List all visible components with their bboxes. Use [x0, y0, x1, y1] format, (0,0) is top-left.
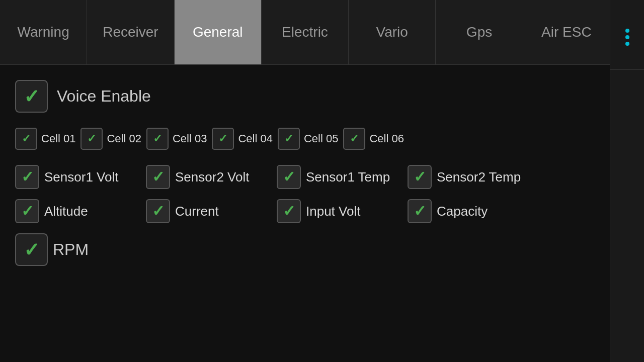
- sensor-label-current: Current: [175, 204, 219, 219]
- cell-check-cell04: ✓: [218, 133, 227, 144]
- sensor-check-capacity: ✓: [414, 204, 426, 219]
- tab-receiver[interactable]: Receiver: [87, 0, 174, 64]
- voice-enable-checkmark: ✓: [24, 87, 40, 106]
- voice-enable-label: Voice Enable: [57, 87, 151, 106]
- sensor-label-sensor1-volt: Sensor1 Volt: [44, 169, 118, 185]
- cell-item-cell02[interactable]: ✓ Cell 02: [80, 128, 141, 150]
- cell-box-cell04[interactable]: ✓: [212, 128, 234, 150]
- sensor-item-sensor1-temp[interactable]: ✓ Sensor1 Temp: [277, 165, 397, 189]
- cell-box-cell01[interactable]: ✓: [15, 128, 37, 150]
- sensor-item-altitude[interactable]: ✓ Altitude: [15, 199, 136, 223]
- sensor-item-input-volt[interactable]: ✓ Input Volt: [277, 199, 397, 223]
- sensor-label-capacity: Capacity: [437, 204, 488, 219]
- sensor-check-sensor2-volt: ✓: [152, 169, 165, 185]
- cell-box-cell06[interactable]: ✓: [343, 128, 365, 150]
- cell-item-cell05[interactable]: ✓ Cell 05: [278, 128, 338, 150]
- sensor-check-current: ✓: [152, 204, 165, 219]
- sensor-row-2: ✓ Altitude ✓ Current ✓ Input Volt ✓ Capa…: [15, 199, 595, 223]
- sensor-box-sensor2-volt[interactable]: ✓: [146, 165, 170, 189]
- sensor-item-sensor2-volt[interactable]: ✓ Sensor2 Volt: [146, 165, 267, 189]
- rpm-checkmark: ✓: [24, 240, 40, 259]
- cell-label-cell02: Cell 02: [107, 132, 141, 145]
- cell-item-cell06[interactable]: ✓ Cell 06: [343, 128, 404, 150]
- rpm-label: RPM: [53, 240, 89, 259]
- sensor-label-sensor2-volt: Sensor2 Volt: [175, 169, 249, 185]
- tab-gps[interactable]: Gps: [436, 0, 523, 64]
- sensor-box-sensor1-temp[interactable]: ✓: [277, 165, 301, 189]
- sidebar: [610, 0, 644, 362]
- cell-item-cell04[interactable]: ✓ Cell 04: [212, 128, 272, 150]
- sensor-box-current[interactable]: ✓: [146, 199, 170, 223]
- sensor-label-sensor2-temp: Sensor2 Temp: [437, 169, 521, 185]
- sensor-label-sensor1-temp: Sensor1 Temp: [306, 169, 390, 185]
- cells-row: ✓ Cell 01 ✓ Cell 02 ✓ Cell 03 ✓ Cell 04 …: [15, 128, 595, 150]
- cell-box-cell05[interactable]: ✓: [278, 128, 300, 150]
- voice-enable-checkbox[interactable]: ✓ Voice Enable: [15, 80, 151, 113]
- sensor-item-sensor1-volt[interactable]: ✓ Sensor1 Volt: [15, 165, 136, 189]
- rpm-box[interactable]: ✓: [15, 233, 48, 266]
- cell-item-cell01[interactable]: ✓ Cell 01: [15, 128, 75, 150]
- dot-2: [625, 35, 629, 39]
- sensor-check-input-volt: ✓: [283, 204, 295, 219]
- sidebar-top: [610, 5, 644, 70]
- voice-enable-box[interactable]: ✓: [15, 80, 48, 113]
- cell-check-cell02: ✓: [87, 133, 96, 144]
- cell-label-cell05: Cell 05: [304, 132, 338, 145]
- sensor-label-altitude: Altitude: [44, 204, 88, 219]
- cell-check-cell06: ✓: [350, 133, 359, 144]
- dot-1: [625, 29, 629, 33]
- cell-box-cell03[interactable]: ✓: [146, 128, 169, 150]
- cell-label-cell01: Cell 01: [41, 132, 75, 145]
- cell-label-cell06: Cell 06: [369, 132, 404, 145]
- sensor-check-altitude: ✓: [21, 204, 34, 219]
- sensor-box-input-volt[interactable]: ✓: [277, 199, 301, 223]
- cell-item-cell03[interactable]: ✓ Cell 03: [146, 128, 207, 150]
- sensor-item-capacity[interactable]: ✓ Capacity: [408, 199, 528, 223]
- tab-bar: WarningReceiverGeneralElectricVarioGpsAi…: [0, 0, 610, 65]
- tab-general[interactable]: General: [175, 0, 262, 64]
- tab-electric[interactable]: Electric: [262, 0, 349, 64]
- cell-label-cell04: Cell 04: [238, 132, 272, 145]
- rpm-row: ✓ RPM: [15, 233, 595, 266]
- tab-air-esc[interactable]: Air ESC: [523, 0, 610, 64]
- cell-box-cell02[interactable]: ✓: [80, 128, 103, 150]
- cell-check-cell05: ✓: [284, 133, 293, 144]
- sensor-box-sensor1-volt[interactable]: ✓: [15, 165, 39, 189]
- sensor-item-current[interactable]: ✓ Current: [146, 199, 267, 223]
- cell-check-cell01: ✓: [22, 133, 31, 144]
- dot-3: [625, 42, 629, 46]
- sensor-label-input-volt: Input Volt: [306, 204, 360, 219]
- cell-check-cell03: ✓: [153, 133, 162, 144]
- menu-dots[interactable]: [625, 29, 629, 46]
- tab-vario[interactable]: Vario: [349, 0, 436, 64]
- voice-enable-row: ✓ Voice Enable: [15, 80, 595, 113]
- cell-label-cell03: Cell 03: [173, 132, 207, 145]
- content-area: ✓ Voice Enable ✓ Cell 01 ✓ Cell 02 ✓ Cel…: [0, 65, 610, 362]
- sensor-box-altitude[interactable]: ✓: [15, 199, 39, 223]
- sensor-check-sensor1-temp: ✓: [283, 169, 295, 185]
- sensor-check-sensor1-volt: ✓: [21, 169, 34, 185]
- sensor-item-sensor2-temp[interactable]: ✓ Sensor2 Temp: [408, 165, 528, 189]
- rpm-checkbox[interactable]: ✓ RPM: [15, 233, 89, 266]
- sensor-row-1: ✓ Sensor1 Volt ✓ Sensor2 Volt ✓ Sensor1 …: [15, 165, 595, 189]
- tab-warning[interactable]: Warning: [0, 0, 87, 64]
- sensor-check-sensor2-temp: ✓: [414, 169, 426, 185]
- sensor-box-sensor2-temp[interactable]: ✓: [408, 165, 432, 189]
- sensor-box-capacity[interactable]: ✓: [408, 199, 432, 223]
